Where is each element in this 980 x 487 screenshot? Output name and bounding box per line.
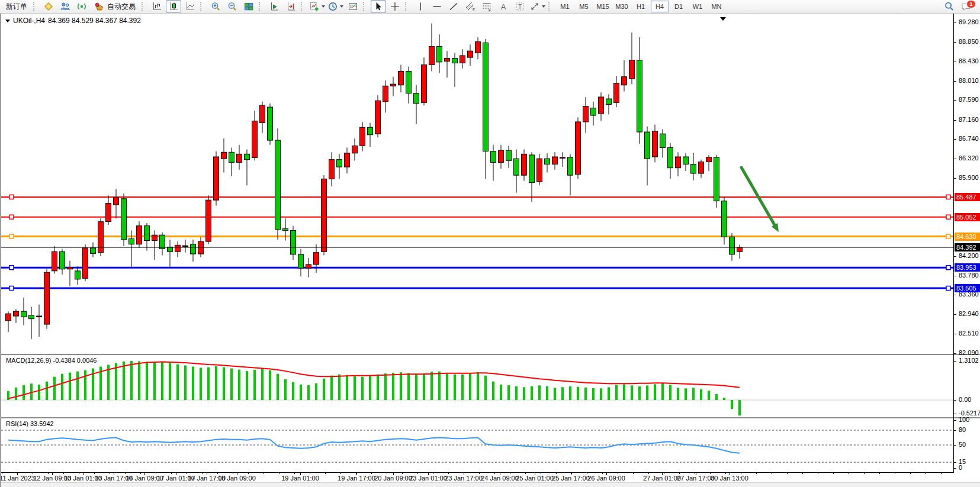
price-axis-label: 86.740	[959, 135, 979, 142]
zoom-in-icon	[210, 1, 221, 12]
trendline-button[interactable]	[446, 0, 461, 13]
time-minor-tick	[787, 472, 788, 474]
timeframe-button-MN[interactable]: MN	[708, 1, 725, 12]
timeframe-button-M15[interactable]: M15	[594, 1, 612, 12]
price-axis-tick	[953, 334, 956, 334]
rsi-canvas[interactable]	[1, 418, 953, 472]
templates-button[interactable]	[345, 0, 361, 13]
timeframe-button-M1[interactable]: M1	[556, 1, 574, 12]
time-minor-tick	[541, 472, 541, 474]
time-minor-tick	[187, 472, 187, 474]
toolbar: 新订单	[0, 0, 980, 14]
cursor-button[interactable]	[371, 0, 386, 13]
time-minor-tick	[618, 472, 618, 474]
horizontal-line-icon	[432, 1, 442, 12]
arrows-button[interactable]	[529, 0, 546, 13]
text-a-icon: A	[498, 1, 509, 12]
time-axis-label: 23 Jan 17:00	[445, 475, 483, 482]
macd-axis-label: -0.5217	[959, 409, 980, 417]
zoom-in-button[interactable]	[208, 0, 223, 13]
clock-icon	[327, 1, 338, 12]
timeframe-button-M5[interactable]: M5	[575, 1, 593, 12]
time-minor-tick	[633, 472, 634, 474]
chart-shift-button[interactable]	[283, 0, 298, 13]
timeframe-button-M30[interactable]: M30	[613, 1, 631, 12]
bar-chart-button[interactable]	[149, 0, 165, 13]
macd-signal-line	[8, 362, 740, 398]
periods-button[interactable]	[327, 0, 344, 13]
time-axis-label: 20 Jan 09:00	[374, 475, 412, 482]
chart-ohlc-values: 84.369 84.529 84.367 84.392	[48, 17, 141, 25]
price-axis-tick	[953, 42, 956, 43]
data-window-button[interactable]	[57, 0, 73, 13]
periods-dropdown-caret[interactable]	[340, 5, 343, 8]
tile-windows-icon	[243, 1, 254, 12]
search-button[interactable]	[942, 0, 957, 13]
chart-shift-marker[interactable]	[720, 17, 726, 21]
price-axis-tick	[953, 256, 956, 257]
new-order-button[interactable]: 新订单	[2, 0, 31, 13]
price-axis-label: 86.320	[959, 154, 979, 162]
tile-windows-button[interactable]	[241, 0, 256, 13]
toolbar-grip	[33, 2, 38, 11]
indicators-dropdown-caret[interactable]	[322, 5, 325, 8]
indicators-button[interactable]	[309, 0, 326, 13]
price-line-tag: 83.953	[955, 263, 980, 272]
time-minor-tick	[125, 472, 126, 474]
price-axis-label: 85.900	[959, 174, 979, 181]
line-chart-button[interactable]	[182, 0, 198, 13]
current-price-tag: 84.392	[955, 243, 980, 251]
time-minor-tick	[849, 472, 849, 474]
timeframe-button-H1[interactable]: H1	[632, 1, 650, 12]
fibonacci-button[interactable]: F	[479, 0, 494, 13]
auto-scroll-icon	[269, 1, 279, 12]
people-icon	[60, 1, 70, 12]
arrows-dropdown-caret[interactable]	[542, 5, 545, 8]
cursor-icon	[373, 1, 384, 12]
auto-scroll-button[interactable]	[266, 0, 282, 13]
time-minor-tick	[510, 472, 510, 474]
search-icon	[944, 1, 955, 12]
sonar-icon	[76, 1, 87, 12]
horizontal-line-button[interactable]	[429, 0, 445, 13]
rsi-label: RSI(14) 33.5942	[6, 420, 54, 427]
macd-canvas[interactable]	[1, 355, 953, 417]
symbol-dropdown-icon[interactable]	[5, 20, 10, 22]
toolbar-grip	[405, 2, 410, 11]
toolbar-grip	[142, 2, 146, 11]
text-button[interactable]: A	[496, 0, 511, 13]
price-line-tag: 83.505	[955, 284, 980, 292]
trend-arrow[interactable]	[741, 167, 779, 232]
macd-histogram	[7, 361, 741, 415]
price-axis-tick	[953, 22, 956, 23]
price-line-tag: 85.052	[955, 213, 980, 221]
price-axis-tick	[953, 295, 956, 295]
price-axis-label: 87.160	[959, 116, 979, 123]
time-axis-label: 23 Jan 01:00	[409, 475, 447, 482]
main-chart-canvas[interactable]	[1, 15, 953, 354]
toolbar-grip	[259, 2, 264, 11]
timeframe-button-D1[interactable]: D1	[670, 1, 687, 12]
zoom-out-button[interactable]	[224, 0, 240, 13]
text-label-icon: T	[515, 1, 525, 12]
time-minor-tick	[79, 472, 79, 474]
timeframe-button-H4[interactable]: H4	[651, 1, 669, 12]
toolbar-grip	[548, 2, 553, 11]
crosshair-button[interactable]	[387, 0, 403, 13]
timeframe-button-W1[interactable]: W1	[689, 1, 706, 12]
bar-chart-icon	[152, 1, 162, 12]
candlestick-chart-button[interactable]	[166, 0, 181, 13]
time-axis-label: 19 Jan 17:00	[338, 475, 375, 482]
time-minor-tick	[926, 472, 926, 474]
time-minor-tick	[587, 472, 587, 474]
vertical-line-button[interactable]	[413, 0, 428, 13]
navigator-button[interactable]	[74, 0, 89, 13]
horizontal-lines[interactable]	[1, 195, 953, 290]
equidistant-channel-button[interactable]: E	[462, 0, 478, 13]
autotrading-button[interactable]: 自动交易	[91, 0, 139, 13]
market-watch-button[interactable]	[41, 0, 56, 13]
time-minor-tick	[895, 472, 895, 474]
time-minor-tick	[695, 472, 695, 474]
text-label-button[interactable]: T	[512, 0, 528, 13]
chat-button[interactable]: 1	[958, 0, 973, 13]
